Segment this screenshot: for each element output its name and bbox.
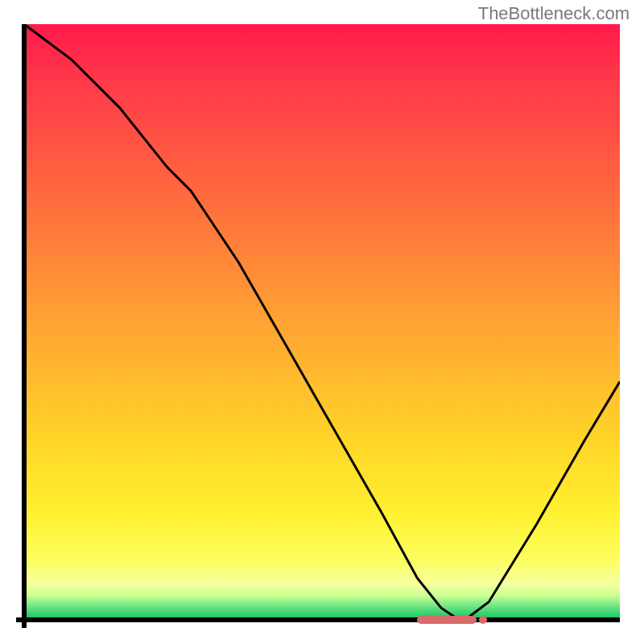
axes-frame — [0, 0, 644, 644]
optimal-point-dot — [479, 616, 487, 624]
optimal-range-marker — [417, 616, 477, 624]
chart-container: TheBottleneck.com — [0, 0, 644, 644]
watermark-text: TheBottleneck.com — [478, 3, 630, 24]
